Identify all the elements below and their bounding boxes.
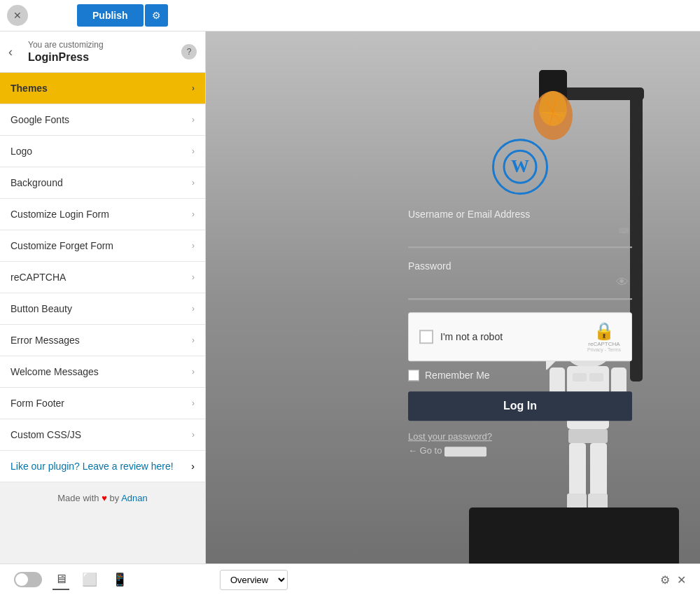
sidebar-item-customize-forget-form[interactable]: Customize Forget Form› [0,230,205,262]
wp-logo-container: W [408,139,632,195]
username-icon: ⌨ [619,227,629,234]
username-field-group: Username or Email Address ⌨ [408,209,632,260]
login-form-container: W Username or Email Address ⌨ Password 👁 [408,139,632,456]
bottom-icons: ⚙ ✕ [660,573,686,587]
made-with-text: Made with [57,493,102,503]
nav-item-label: Form Footer [10,398,64,409]
chevron-icon: › [192,146,195,156]
remember-me-checkbox[interactable] [408,370,419,381]
password-field-group: Password 👁 [408,260,632,312]
sidebar-item-error-messages[interactable]: Error Messages› [0,325,205,356]
captcha-sub: Privacy - Terms [587,347,621,352]
settings-gear-button[interactable]: ⚙ [145,4,168,27]
wp-logo: W [492,139,548,195]
nav-items: Themes›Google Fonts›Logo›Background›Cust… [0,73,205,451]
overview-select[interactable]: Overview [220,570,288,590]
bottom-right-controls: Overview ⚙ ✕ [213,570,693,590]
chevron-icon: › [191,461,195,472]
mobile-view-button[interactable]: 📱 [110,570,130,589]
chevron-icon: › [192,430,195,440]
captcha-checkbox[interactable] [419,330,433,344]
nav-item-label: Background [10,177,63,188]
settings-icon-button[interactable]: ⚙ [660,573,670,587]
nav-item-label: Google Fonts [10,114,69,125]
sidebar-item-custom-css-js[interactable]: Custom CSS/JS› [0,419,205,451]
nav-item-label: reCAPTCHA [10,272,66,283]
captcha-brand: reCAPTCHA [587,341,621,347]
made-with-footer: Made with ♥ by Adnan [0,482,205,514]
goto-text: ← Go to [408,445,442,456]
sidebar-item-background[interactable]: Background› [0,167,205,199]
sidebar-item-recaptcha[interactable]: reCAPTCHA› [0,262,205,293]
sidebar-item-logo[interactable]: Logo› [0,136,205,167]
login-button[interactable]: Log In [408,391,632,421]
desktop-view-button[interactable]: 🖥 [52,570,69,590]
nav-item-label: Customize Login Form [10,209,109,220]
heart-icon: ♥ [102,493,107,503]
chevron-icon: › [192,398,195,408]
goto-link-redacted [444,447,486,456]
nav-item-label: Customize Forget Form [10,240,113,251]
bottom-left-controls: 🖥 ⬜ 📱 [7,570,213,590]
chevron-icon: › [192,83,195,93]
sidebar-item-form-footer[interactable]: Form Footer› [0,388,205,419]
captcha-text: I'm not a robot [440,331,503,342]
chevron-icon: › [192,178,195,188]
nav-item-label: Button Beauty [10,303,72,314]
password-input[interactable] [408,275,632,300]
sidebar-item-button-beauty[interactable]: Button Beauty› [0,293,205,325]
review-link[interactable]: Like our plugin? Leave a review here! [10,461,174,472]
goto-row: ← Go to [408,445,632,456]
sidebar-item-customize-login-form[interactable]: Customize Login Form› [0,199,205,230]
chevron-icon: › [192,335,195,345]
preview-area: W Username or Email Address ⌨ Password 👁 [206,31,700,564]
nav-item-label: Custom CSS/JS [10,429,81,440]
help-button[interactable]: ? [181,44,197,59]
bottom-bar: 🖥 ⬜ 📱 Overview ⚙ ✕ [0,564,700,595]
nav-item-label: Welcome Messages [10,366,99,377]
password-label: Password [408,260,632,272]
chevron-icon: › [192,209,195,219]
made-with-by: by [107,493,121,503]
tablet-view-button[interactable]: ⬜ [80,570,99,589]
main-content: ‹ You are customizing LoginPress ? Theme… [0,31,700,564]
back-button[interactable]: ‹ [8,45,13,59]
eye-icon: 👁 [616,275,629,290]
chevron-icon: › [192,272,195,282]
remember-me-label: Remember Me [425,370,490,381]
close-button[interactable]: ✕ [7,5,28,26]
username-input[interactable] [408,223,632,248]
svg-text:W: W [511,156,529,176]
review-link-item[interactable]: Like our plugin? Leave a review here! › [0,451,205,482]
nav-item-label: Logo [10,146,32,157]
captcha-left: I'm not a robot [419,330,503,344]
wordpress-logo-svg: W [503,149,538,184]
chevron-icon: › [192,241,195,251]
sidebar-item-themes[interactable]: Themes› [0,73,205,104]
nav-item-label: Error Messages [10,335,80,346]
sidebar-item-welcome-messages[interactable]: Welcome Messages› [0,356,205,388]
captcha-logo: 🔒 reCAPTCHA Privacy - Terms [587,321,621,352]
recaptcha-icon: 🔒 [587,321,621,341]
customizing-header: ‹ You are customizing LoginPress ? [0,31,205,73]
sidebar: ‹ You are customizing LoginPress ? Theme… [0,31,206,564]
svg-point-4 [539,91,567,126]
top-bar: ✕ Publish ⚙ [0,0,700,31]
chevron-icon: › [192,304,195,314]
customizing-name: LoginPress [28,51,195,64]
customizing-label: You are customizing [28,40,195,50]
table-base [469,507,679,564]
sidebar-item-google-fonts[interactable]: Google Fonts› [0,104,205,136]
nav-item-label: Themes [10,83,48,94]
username-label: Username or Email Address [408,209,632,220]
chevron-icon: › [192,115,195,125]
chevron-icon: › [192,367,195,377]
toggle-switch[interactable] [14,572,42,587]
lost-password-link[interactable]: Lost your password? [408,431,632,442]
author-link[interactable]: Adnan [121,493,148,503]
close-preview-button[interactable]: ✕ [677,573,686,587]
recaptcha-box[interactable]: I'm not a robot 🔒 reCAPTCHA Privacy - Te… [408,312,632,361]
remember-me-row: Remember Me [408,370,632,381]
publish-button[interactable]: Publish [77,4,144,27]
